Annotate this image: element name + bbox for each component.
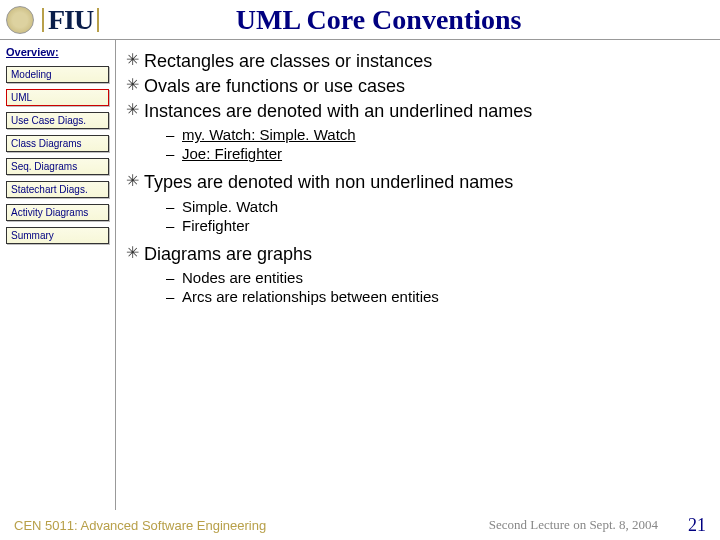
sub-text: Arcs are relationships between entities <box>182 287 439 306</box>
sidebar-item-usecase[interactable]: Use Case Diags. <box>6 112 109 129</box>
footer-page-number: 21 <box>688 515 706 536</box>
body-area: Overview: Modeling UML Use Case Diags. C… <box>0 40 720 510</box>
sub-text: Firefighter <box>182 216 250 235</box>
star-bullet-icon: ✳ <box>126 171 144 192</box>
star-bullet-icon: ✳ <box>126 75 144 96</box>
sub-item: – Nodes are entities <box>166 268 704 287</box>
sub-item: – Simple. Watch <box>166 197 704 216</box>
sidebar-item-modeling[interactable]: Modeling <box>6 66 109 83</box>
sub-text: Simple. Watch <box>182 197 278 216</box>
logo-divider <box>97 8 99 32</box>
sublist: – my. Watch: Simple. Watch – Joe: Firefi… <box>166 125 704 163</box>
footer-course: CEN 5011: Advanced Software Engineering <box>14 518 266 533</box>
dash-bullet-icon: – <box>166 287 182 306</box>
slide-content: ✳ Rectangles are classes or instances ✳ … <box>116 40 720 510</box>
fiu-logo: FIU <box>38 4 103 36</box>
sidebar: Overview: Modeling UML Use Case Diags. C… <box>0 40 116 510</box>
star-bullet-icon: ✳ <box>126 50 144 71</box>
bullet-text: Types are denoted with non underlined na… <box>144 171 513 194</box>
sidebar-heading: Overview: <box>6 46 109 58</box>
bullet-text: Diagrams are graphs <box>144 243 312 266</box>
sidebar-item-seq[interactable]: Seq. Diagrams <box>6 158 109 175</box>
logo-text: FIU <box>48 4 93 36</box>
bullet-item: ✳ Instances are denoted with an underlin… <box>126 100 704 123</box>
sidebar-item-class[interactable]: Class Diagrams <box>6 135 109 152</box>
sidebar-item-statechart[interactable]: Statechart Diags. <box>6 181 109 198</box>
sub-item: – Joe: Firefighter <box>166 144 704 163</box>
sidebar-item-summary[interactable]: Summary <box>6 227 109 244</box>
dash-bullet-icon: – <box>166 268 182 287</box>
university-seal-icon <box>6 6 34 34</box>
sub-item: – my. Watch: Simple. Watch <box>166 125 704 144</box>
bullet-item: ✳ Rectangles are classes or instances <box>126 50 704 73</box>
dash-bullet-icon: – <box>166 144 182 163</box>
sidebar-item-uml[interactable]: UML <box>6 89 109 106</box>
bullet-text: Instances are denoted with an underlined… <box>144 100 532 123</box>
bullet-item: ✳ Ovals are functions or use cases <box>126 75 704 98</box>
sub-text: Nodes are entities <box>182 268 303 287</box>
sublist: – Nodes are entities – Arcs are relation… <box>166 268 704 306</box>
sub-item: – Arcs are relationships between entitie… <box>166 287 704 306</box>
footer: CEN 5011: Advanced Software Engineering … <box>0 510 720 540</box>
header-bar: FIU UML Core Conventions <box>0 0 720 40</box>
star-bullet-icon: ✳ <box>126 100 144 121</box>
sublist: – Simple. Watch – Firefighter <box>166 197 704 235</box>
sub-item: – Firefighter <box>166 216 704 235</box>
footer-lecture: Second Lecture on Sept. 8, 2004 <box>489 517 658 533</box>
logo-divider <box>42 8 44 32</box>
page-title: UML Core Conventions <box>103 4 714 36</box>
bullet-text: Rectangles are classes or instances <box>144 50 432 73</box>
bullet-item: ✳ Types are denoted with non underlined … <box>126 171 704 194</box>
dash-bullet-icon: – <box>166 125 182 144</box>
sub-text: Joe: Firefighter <box>182 144 282 163</box>
sub-text: my. Watch: Simple. Watch <box>182 125 356 144</box>
star-bullet-icon: ✳ <box>126 243 144 264</box>
bullet-text: Ovals are functions or use cases <box>144 75 405 98</box>
dash-bullet-icon: – <box>166 197 182 216</box>
dash-bullet-icon: – <box>166 216 182 235</box>
bullet-item: ✳ Diagrams are graphs <box>126 243 704 266</box>
sidebar-item-activity[interactable]: Activity Diagrams <box>6 204 109 221</box>
